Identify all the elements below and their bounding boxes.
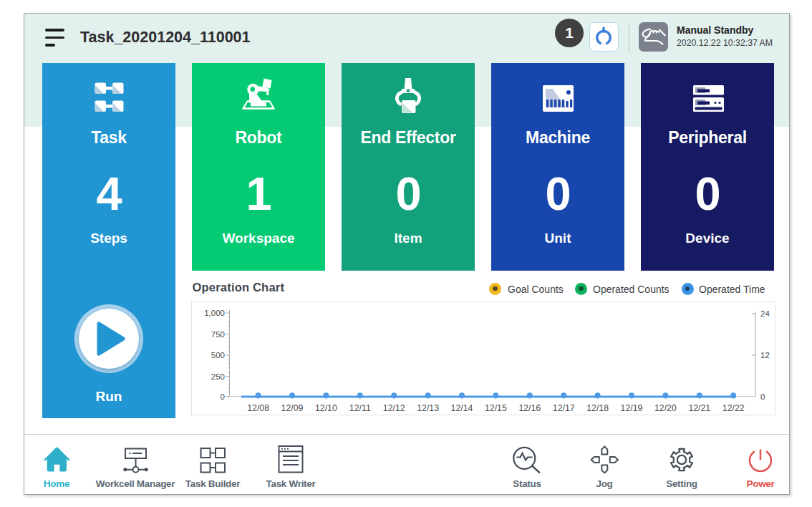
svg-text:12/12: 12/12 xyxy=(383,403,405,413)
svg-text:24: 24 xyxy=(760,309,770,318)
svg-text:12/21: 12/21 xyxy=(688,403,710,413)
svg-text:500: 500 xyxy=(211,351,225,359)
svg-text:12/20: 12/20 xyxy=(654,403,677,413)
svg-text:12/17: 12/17 xyxy=(553,403,575,413)
svg-text:12/09: 12/09 xyxy=(281,403,304,413)
svg-text:1,000: 1,000 xyxy=(204,309,225,317)
svg-text:12/19: 12/19 xyxy=(621,403,643,413)
svg-text:12/13: 12/13 xyxy=(417,403,439,413)
svg-text:12/18: 12/18 xyxy=(586,403,609,413)
svg-text:250: 250 xyxy=(211,372,225,381)
svg-text:12/08: 12/08 xyxy=(247,403,269,413)
svg-text:12: 12 xyxy=(760,351,770,359)
svg-text:12/16: 12/16 xyxy=(518,403,541,413)
svg-text:750: 750 xyxy=(211,330,225,339)
svg-text:12/10: 12/10 xyxy=(315,403,337,413)
svg-text:12/11: 12/11 xyxy=(349,403,371,413)
svg-text:0: 0 xyxy=(760,392,765,401)
svg-text:12/14: 12/14 xyxy=(451,403,473,413)
svg-text:12/15: 12/15 xyxy=(485,403,507,413)
svg-text:0: 0 xyxy=(221,392,225,401)
svg-text:12/22: 12/22 xyxy=(722,403,745,413)
